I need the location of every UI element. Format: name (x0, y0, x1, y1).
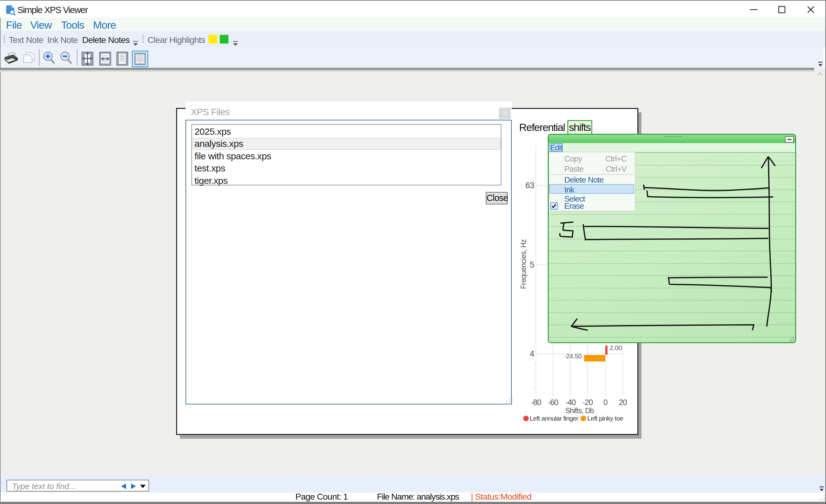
svg-text:-40: -40 (566, 398, 576, 406)
svg-text:2.00: 2.00 (610, 344, 622, 351)
svg-text:5: 5 (530, 260, 534, 269)
svg-text:4: 4 (530, 349, 534, 359)
svg-text:-20: -20 (583, 398, 593, 406)
svg-text:0: 0 (603, 398, 607, 406)
svg-text:63: 63 (525, 181, 534, 190)
svg-text:Shifts, Db: Shifts, Db (565, 406, 594, 415)
svg-text:Frequencies, Hz: Frequencies, Hz (520, 239, 528, 289)
svg-text:Left annular finger: Left annular finger (530, 415, 579, 422)
svg-text:-24.50: -24.50 (564, 353, 582, 360)
svg-text:-80: -80 (531, 398, 541, 406)
svg-text:20: 20 (619, 398, 627, 406)
svg-text:Left pinky toe: Left pinky toe (587, 415, 623, 422)
svg-text:-60: -60 (548, 398, 558, 406)
